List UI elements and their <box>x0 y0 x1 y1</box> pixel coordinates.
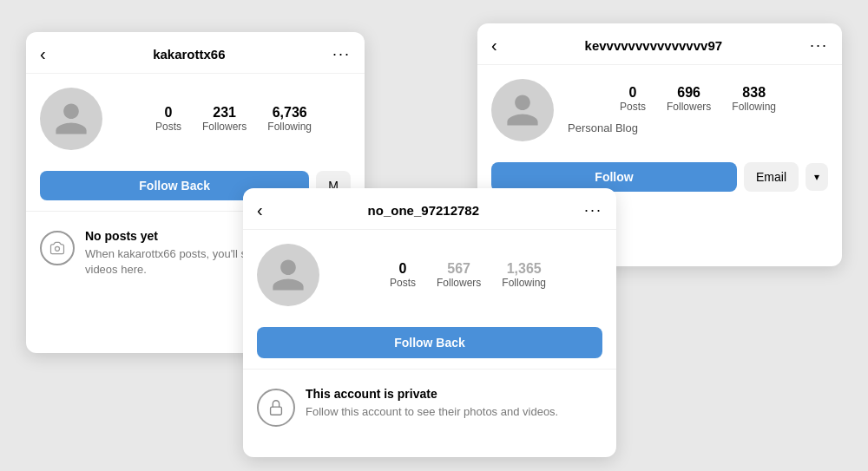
more-menu-2[interactable]: ··· <box>584 201 602 219</box>
lock-icon-2 <box>266 398 286 417</box>
camera-icon-1 <box>49 239 66 257</box>
card2-profile: 0 Posts 567 Followers 1,365 Following <box>243 230 616 320</box>
following-label-3: Following <box>732 101 776 113</box>
camera-icon-container-1 <box>40 231 75 265</box>
svg-rect-1 <box>271 407 282 415</box>
card1-header: ‹ kakarottx66 ··· <box>26 32 365 74</box>
private-title-2: This account is private <box>306 387 558 401</box>
card2-actions: Follow Back <box>243 320 616 369</box>
posts-count-3: 0 <box>629 85 637 101</box>
avatar-3 <box>491 79 554 141</box>
stat-following-2: 1,365 Following <box>502 261 546 289</box>
username-1: kakarottx66 <box>46 47 332 62</box>
private-subtitle-2: Follow this account to see their photos … <box>306 404 558 420</box>
back-arrow-1[interactable]: ‹ <box>40 44 46 64</box>
stat-followers-3: 696 Followers <box>667 85 711 113</box>
stat-followers-2: 567 Followers <box>437 261 481 289</box>
stat-posts-3: 0 Posts <box>620 85 646 113</box>
followers-label-3: Followers <box>667 101 711 113</box>
stat-following-3: 838 Following <box>732 85 776 113</box>
followers-count-3: 696 <box>677 85 700 101</box>
back-arrow-3[interactable]: ‹ <box>491 36 497 56</box>
card3-header: ‹ kevvvvvvvvvvvvvvv97 ··· <box>477 23 842 65</box>
following-label-2: Following <box>502 277 546 289</box>
bio-text-3: Personal Blog <box>568 121 638 134</box>
stat-followers-1: 231 Followers <box>202 105 247 133</box>
posts-count-2: 0 <box>399 261 407 277</box>
posts-label-1: Posts <box>155 121 181 133</box>
followers-label-1: Followers <box>202 121 247 133</box>
avatar-1 <box>40 88 102 150</box>
posts-label-3: Posts <box>620 101 646 113</box>
chevron-button-3[interactable]: ▾ <box>806 163 828 191</box>
followers-count-2: 567 <box>447 261 470 277</box>
stat-posts-1: 0 Posts <box>155 105 181 133</box>
profile-card-no-one: ‹ no_one_97212782 ··· 0 Posts 567 Follow… <box>243 188 616 457</box>
card1-profile: 0 Posts 231 Followers 6,736 Following <box>26 74 365 164</box>
email-button-3[interactable]: Email <box>744 162 799 192</box>
card1-stats: 0 Posts 231 Followers 6,736 Following <box>116 105 351 133</box>
following-count-1: 6,736 <box>273 105 307 121</box>
back-arrow-2[interactable]: ‹ <box>257 200 263 220</box>
posts-count-1: 0 <box>165 105 173 121</box>
card3-bio: Personal Blog <box>568 116 828 135</box>
follow-button-3[interactable]: Follow <box>491 162 737 192</box>
follow-back-button-2[interactable]: Follow Back <box>257 327 602 358</box>
lock-icon-container-2 <box>257 389 295 427</box>
posts-label-2: Posts <box>390 277 416 289</box>
following-label-1: Following <box>267 121 312 133</box>
username-2: no_one_97212782 <box>263 203 584 218</box>
stat-posts-2: 0 Posts <box>390 261 416 289</box>
more-menu-1[interactable]: ··· <box>332 45 351 63</box>
avatar-icon-3 <box>503 91 542 129</box>
card2-stats: 0 Posts 567 Followers 1,365 Following <box>333 261 602 289</box>
card2-private-state: This account is private Follow this acco… <box>243 370 616 444</box>
username-3: kevvvvvvvvvvvvvvv97 <box>497 38 810 53</box>
followers-count-1: 231 <box>213 105 236 121</box>
card3-stats: 0 Posts 696 Followers 838 Following <box>568 85 828 113</box>
followers-label-2: Followers <box>437 277 481 289</box>
avatar-icon-1 <box>52 100 90 138</box>
following-count-2: 1,365 <box>507 261 542 277</box>
svg-point-0 <box>56 246 60 251</box>
card2-private-text: This account is private Follow this acco… <box>306 387 558 420</box>
card2-header: ‹ no_one_97212782 ··· <box>243 188 616 230</box>
avatar-2 <box>257 244 319 306</box>
avatar-icon-2 <box>269 256 307 294</box>
more-menu-3[interactable]: ··· <box>810 36 828 55</box>
following-count-3: 838 <box>742 85 766 101</box>
stat-following-1: 6,736 Following <box>267 105 312 133</box>
card3-profile: 0 Posts 696 Followers 838 Following Pers… <box>477 65 842 155</box>
